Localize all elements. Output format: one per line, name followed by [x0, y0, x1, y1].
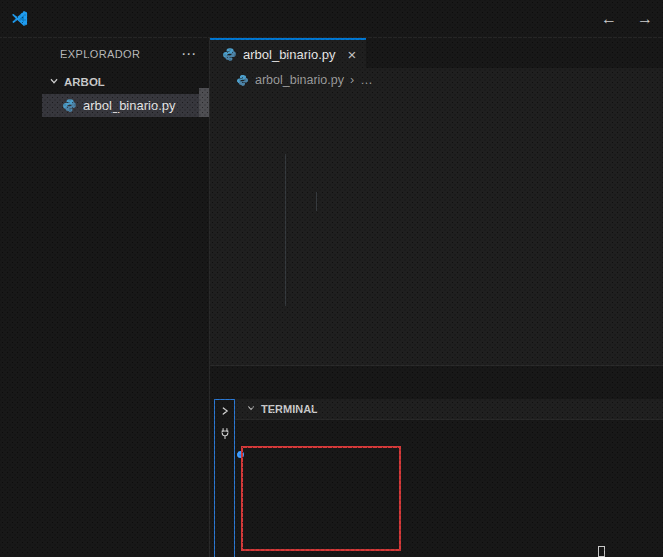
sidebar-scrollbar[interactable] [199, 88, 209, 117]
folder-name: ARBOL [64, 76, 105, 88]
python-file-icon [222, 47, 237, 62]
file-item-arbol-binario[interactable]: arbol_binario.py [42, 94, 209, 117]
nav-back-icon[interactable]: ← [591, 10, 627, 28]
vscode-logo-icon [10, 9, 29, 28]
terminal-tabs-strip[interactable] [214, 399, 235, 557]
breadcrumb-separator: › [350, 73, 354, 87]
panel-tab-bar [210, 366, 663, 399]
explorer-more-actions-icon[interactable]: ⋯ [181, 45, 197, 63]
bottom-panel: TERMINAL [210, 365, 663, 557]
folder-section-arbol[interactable]: ARBOL [42, 70, 209, 94]
chevron-down-icon [47, 74, 61, 90]
chevron-right-icon[interactable] [218, 404, 232, 418]
file-name: arbol_binario.py [83, 98, 176, 113]
terminal-section-header[interactable]: TERMINAL [235, 399, 663, 420]
chevron-down-icon [245, 402, 257, 416]
python-file-icon [62, 98, 77, 113]
terminal-cursor [598, 546, 605, 557]
nav-forward-icon[interactable]: → [627, 10, 663, 28]
terminal-section-title: TERMINAL [261, 403, 318, 415]
tab-label: arbol_binario.py [243, 47, 336, 62]
panel-body: TERMINAL [210, 399, 663, 557]
tab-close-icon[interactable]: × [348, 46, 357, 63]
explorer-title: EXPLORADOR [60, 48, 181, 60]
vscode-window: ← → EXPLORADOR ⋯ ARBOL arbol_bi [0, 0, 663, 557]
terminal-view: TERMINAL [235, 399, 663, 557]
workbench: EXPLORADOR ⋯ ARBOL arbol_binario.py [0, 38, 663, 557]
explorer-sidebar: EXPLORADOR ⋯ ARBOL arbol_binario.py [42, 38, 210, 557]
terminal-content[interactable] [235, 420, 663, 557]
breadcrumb-file[interactable]: arbol_binario.py [255, 73, 344, 87]
indent-guide [316, 192, 317, 211]
python-file-icon [236, 74, 249, 87]
breadcrumb[interactable]: arbol_binario.py › … [210, 68, 663, 92]
title-bar: ← → [0, 0, 663, 38]
editor-group: arbol_binario.py × arbol_binario.py › … [210, 38, 663, 557]
red-annotation-box [241, 446, 401, 551]
tab-arbol-binario[interactable]: arbol_binario.py × [210, 38, 366, 68]
explorer-header: EXPLORADOR ⋯ [42, 38, 209, 70]
plug-icon[interactable] [218, 427, 232, 441]
activity-bar [0, 38, 42, 557]
editor-tab-bar: arbol_binario.py × [210, 38, 663, 68]
breadcrumb-more[interactable]: … [360, 73, 373, 87]
indent-guide [285, 154, 286, 306]
code-editor[interactable] [210, 92, 663, 365]
